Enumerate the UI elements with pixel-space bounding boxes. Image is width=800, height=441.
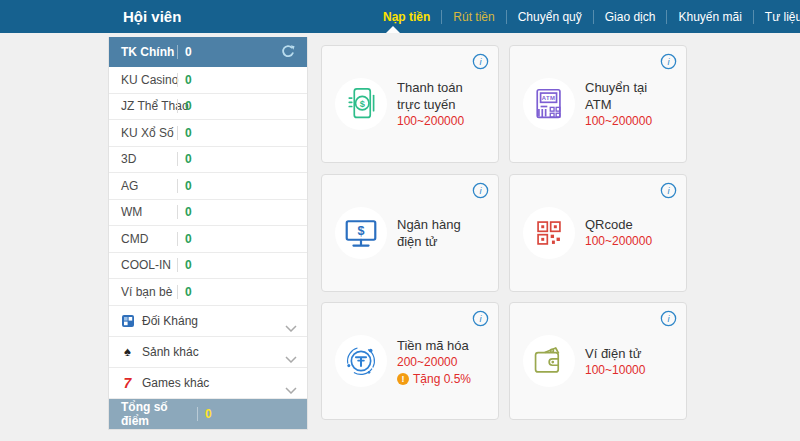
balance-label: AG: [121, 179, 177, 193]
nav-promotions[interactable]: Khuyến mãi: [666, 10, 752, 24]
card-limit-range: 100~200000: [585, 233, 660, 249]
card-limit-range: 100~10000: [585, 362, 660, 378]
balance-row: AG 0: [109, 173, 307, 200]
sidebar-group-sanh-khac[interactable]: ♠ Sảnh khác: [109, 337, 307, 368]
total-points-label: Tổng số điểm: [121, 400, 197, 428]
info-icon[interactable]: i: [660, 182, 677, 199]
nav-member-info[interactable]: Tư liệu hội viên: [753, 10, 800, 24]
balance-row: COOL-IN 0: [109, 253, 307, 280]
svg-text:i: i: [667, 314, 670, 324]
card-online-payment[interactable]: i $ Thanh toán trực tuyến 100~200000: [321, 45, 499, 163]
balance-row: CMD 0: [109, 226, 307, 253]
balance-row: WM 0: [109, 200, 307, 227]
sidebar-group-games-khac[interactable]: 7 Games khác: [109, 368, 307, 399]
seven-icon: 7: [120, 376, 135, 390]
main-account-value: 0: [177, 45, 192, 59]
card-title: Chuyển tại ATM: [585, 79, 660, 113]
balance-label: COOL-IN: [121, 258, 177, 272]
card-title: Ví điện tử: [585, 345, 660, 362]
top-header: Hội viên Nạp tiền Rút tiền Chuyển quỹ Gi…: [0, 0, 800, 33]
svg-text:i: i: [479, 57, 482, 67]
balance-label: 3D: [121, 152, 177, 166]
total-points-value: 0: [197, 407, 212, 421]
balance-label: JZ Thể Thao: [121, 99, 177, 113]
bonus-text: Tặng 0.5%: [413, 372, 471, 386]
balance-value: 0: [177, 99, 192, 113]
atm-icon: ATM: [523, 78, 575, 130]
balance-label: KU Casino: [121, 73, 177, 87]
balance-row: JZ Thể Thao 0: [109, 94, 307, 121]
ewallet-icon: [523, 335, 575, 387]
balance-value: 0: [177, 258, 192, 272]
balance-sidebar: TK Chính 0 KU Casino 0 JZ Thể Thao 0 KU …: [108, 37, 308, 430]
warning-icon: !: [397, 373, 409, 385]
refresh-icon[interactable]: [279, 43, 297, 61]
card-title: Ngân hàng điện tử: [397, 216, 472, 250]
card-limit-range: 100~200000: [397, 113, 472, 129]
crypto-icon: [335, 335, 387, 387]
card-qrcode[interactable]: i QRcode 100~200000: [509, 174, 687, 292]
info-icon[interactable]: i: [660, 310, 677, 327]
card-ewallet[interactable]: i Ví điện tử 100~10000: [509, 302, 687, 420]
balance-value: 0: [177, 205, 192, 219]
bonus-row: ! Tặng 0.5%: [397, 372, 472, 386]
card-limit-range: 100~200000: [585, 113, 660, 129]
chevron-down-icon: [285, 349, 297, 367]
card-crypto[interactable]: i Tiền mã hóa 200~20000 !: [321, 302, 499, 420]
balance-row: 3D 0: [109, 147, 307, 174]
nav-withdraw[interactable]: Rút tiền: [441, 10, 505, 24]
balance-label: WM: [121, 205, 177, 219]
qrcode-icon: [523, 207, 575, 259]
main-account-row: TK Chính 0: [109, 37, 307, 67]
svg-text:$: $: [357, 224, 364, 238]
tile-icon: [120, 314, 135, 328]
info-icon[interactable]: i: [472, 310, 489, 327]
balance-label: KU Xổ Số: [121, 126, 177, 140]
balance-row: KU Casino 0: [109, 67, 307, 94]
deposit-methods-grid: i $ Thanh toán trực tuyến 100~200000 i: [321, 45, 687, 420]
nav-deposit[interactable]: Nạp tiền: [372, 10, 441, 24]
card-title: Thanh toán trực tuyến: [397, 79, 472, 113]
phone-payment-icon: $: [335, 78, 387, 130]
sidebar-group-doi-khang[interactable]: Đối Kháng: [109, 306, 307, 337]
nav-transfer-funds[interactable]: Chuyển quỹ: [506, 10, 593, 24]
group-label: Games khác: [142, 376, 209, 390]
page-title: Hội viên: [123, 0, 181, 33]
total-points-row: Tổng số điểm 0: [109, 399, 307, 429]
balance-value: 0: [177, 126, 192, 140]
ebanking-icon: $: [335, 207, 387, 259]
spade-icon: ♠: [120, 345, 135, 358]
balance-value: 0: [177, 232, 192, 246]
group-label: Đối Kháng: [142, 314, 198, 328]
card-atm-transfer[interactable]: i ATM Chuyển tại ATM 1: [509, 45, 687, 163]
balance-value: 0: [177, 179, 192, 193]
svg-text:i: i: [667, 185, 670, 195]
group-label: Sảnh khác: [142, 345, 199, 359]
svg-text:i: i: [667, 57, 670, 67]
card-limit-range: 200~20000: [397, 354, 472, 370]
card-title: Tiền mã hóa: [397, 337, 472, 354]
balance-value: 0: [177, 73, 192, 87]
balance-value: 0: [177, 285, 192, 299]
balance-row: KU Xổ Số 0: [109, 120, 307, 147]
main-nav: Nạp tiền Rút tiền Chuyển quỹ Giao dịch K…: [372, 0, 800, 33]
balance-label: CMD: [121, 232, 177, 246]
balance-label: Ví bạn bè: [121, 285, 177, 299]
nav-transactions[interactable]: Giao dịch: [593, 10, 667, 24]
card-title: QRcode: [585, 216, 660, 233]
main-account-label: TK Chính: [121, 45, 177, 59]
chevron-down-icon: [285, 380, 297, 398]
info-icon[interactable]: i: [472, 53, 489, 70]
info-icon[interactable]: i: [660, 53, 677, 70]
svg-text:i: i: [479, 314, 482, 324]
svg-text:$: $: [360, 99, 365, 109]
info-icon[interactable]: i: [472, 182, 489, 199]
svg-text:ATM: ATM: [542, 95, 556, 101]
svg-text:i: i: [479, 185, 482, 195]
balance-value: 0: [177, 152, 192, 166]
chevron-down-icon: [285, 318, 297, 336]
active-tab-pointer: [386, 26, 400, 33]
card-ebanking[interactable]: i $ Ngân hàng điện tử: [321, 174, 499, 292]
balance-row: Ví bạn bè 0: [109, 279, 307, 306]
